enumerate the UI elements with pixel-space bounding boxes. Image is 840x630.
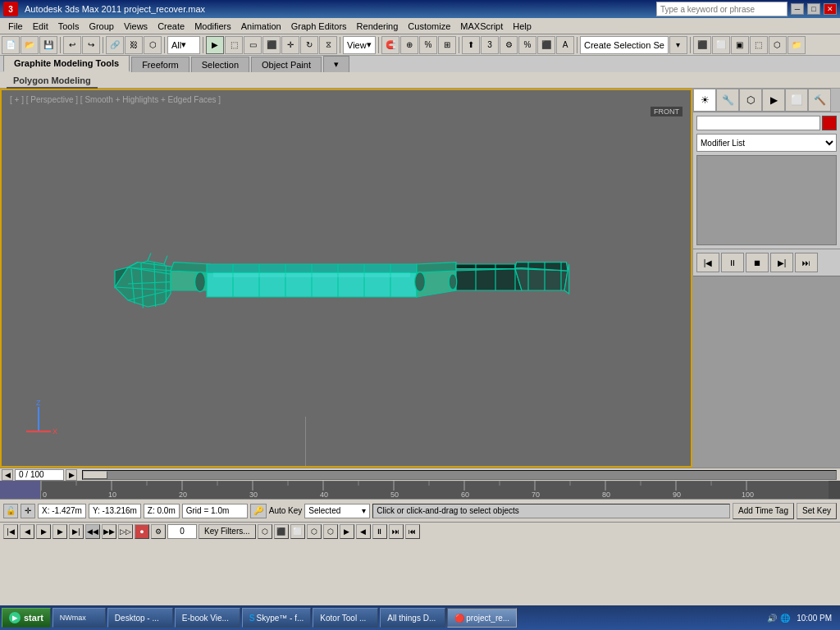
new-button[interactable]: 📄 bbox=[2, 36, 20, 54]
view-dropdown[interactable]: View▾ bbox=[343, 36, 376, 54]
snap2-button[interactable]: ⊕ bbox=[400, 36, 418, 54]
menu-item-tools[interactable]: Tools bbox=[53, 20, 84, 33]
anim-options[interactable]: ⚙ bbox=[151, 524, 166, 539]
selected-dropdown[interactable]: Selected ▾ bbox=[304, 504, 370, 518]
snap3-button[interactable]: % bbox=[419, 36, 437, 54]
frame-input[interactable]: 0 bbox=[167, 524, 197, 539]
taskbar-item-skype[interactable]: SSkype™ - f... bbox=[242, 608, 311, 628]
render-frame-button[interactable]: ⬆ bbox=[462, 36, 480, 54]
anim-extra7[interactable]: ◀ bbox=[356, 524, 371, 539]
anim-extra2[interactable]: ⬛ bbox=[274, 524, 289, 539]
select-rect-button[interactable]: ▭ bbox=[244, 36, 262, 54]
modifier-name-input[interactable] bbox=[696, 116, 820, 130]
select-button[interactable]: ▶ bbox=[206, 36, 224, 54]
selection-set-dropdown[interactable]: ▾ bbox=[669, 36, 687, 54]
tools3-button[interactable]: ▣ bbox=[731, 36, 749, 54]
redo-button[interactable]: ↪ bbox=[82, 36, 100, 54]
lock-icon[interactable]: 🔓 bbox=[3, 504, 18, 518]
tab-graphite-modeling-tools[interactable]: Graphite Modeling Tools bbox=[3, 55, 130, 72]
taskbar-item-desktop[interactable]: Desktop - ... bbox=[107, 608, 173, 628]
taskbar-item-ebook[interactable]: E-book Vie... bbox=[175, 608, 240, 628]
rp-stop-btn[interactable]: ⏹ bbox=[746, 253, 769, 272]
tools4-button[interactable]: ⬚ bbox=[750, 36, 768, 54]
minimize-button[interactable]: ─ bbox=[791, 3, 804, 15]
move-icon[interactable]: ✛ bbox=[21, 504, 35, 518]
create-selection-set[interactable]: Create Selection Se bbox=[580, 36, 669, 54]
timeline-prev-btn[interactable]: ◀ bbox=[2, 469, 13, 481]
menu-item-animation[interactable]: Animation bbox=[236, 20, 286, 33]
rp-prev-key[interactable]: |◀ bbox=[696, 253, 719, 272]
anim-extra8[interactable]: ⏸ bbox=[372, 524, 387, 539]
anim-play-mode[interactable]: ▶▶ bbox=[102, 524, 116, 539]
select-window-button[interactable]: ⬛ bbox=[262, 36, 281, 54]
select-region-button[interactable]: ⬚ bbox=[225, 36, 243, 54]
menu-item-create[interactable]: Create bbox=[153, 20, 189, 33]
anim-prev-key2[interactable]: ◀◀ bbox=[85, 524, 100, 539]
modifier-color-swatch[interactable] bbox=[822, 116, 837, 130]
unlink-button[interactable]: ⛓ bbox=[125, 36, 143, 54]
rp-tab-modify[interactable]: 🔧 bbox=[716, 89, 739, 112]
scale-button[interactable]: ⧖ bbox=[319, 36, 337, 54]
all-dropdown[interactable]: All▾ bbox=[167, 36, 200, 54]
timeline-next-btn[interactable]: ▶ bbox=[66, 469, 77, 481]
percent-button[interactable]: % bbox=[518, 36, 536, 54]
render2-button[interactable]: ⚙ bbox=[500, 36, 518, 54]
close-button[interactable]: ✕ bbox=[824, 3, 837, 15]
rp-tab-display2[interactable]: ⬜ bbox=[785, 89, 808, 112]
sub-tab-polygon-modeling[interactable]: Polygon Modeling bbox=[7, 74, 98, 89]
menu-item-views[interactable]: Views bbox=[119, 20, 153, 33]
menu-item-group[interactable]: Group bbox=[84, 20, 119, 33]
start-button[interactable]: ▶ start bbox=[2, 608, 51, 628]
add-time-tag-button[interactable]: Add Time Tag bbox=[733, 503, 794, 519]
modifier-list-dropdown[interactable]: Modifier List bbox=[696, 134, 837, 152]
anim-extra9[interactable]: ⏭ bbox=[389, 524, 404, 539]
taskbar-item-project[interactable]: 🔴project_re... bbox=[447, 608, 517, 628]
anim-next-key2[interactable]: ▷▷ bbox=[118, 524, 133, 539]
snap4-button[interactable]: ⊞ bbox=[438, 36, 456, 54]
menu-item-edit[interactable]: Edit bbox=[28, 20, 53, 33]
tools6-button[interactable]: 📁 bbox=[788, 36, 806, 54]
save-button[interactable]: 💾 bbox=[39, 36, 57, 54]
timeline-scroll-track[interactable] bbox=[82, 470, 837, 480]
menu-item-customize[interactable]: Customize bbox=[403, 20, 455, 33]
search-input[interactable] bbox=[660, 5, 767, 14]
key-icon[interactable]: 🔑 bbox=[250, 504, 267, 518]
menu-item-graph-editors[interactable]: Graph Editors bbox=[286, 20, 352, 33]
open-button[interactable]: 📂 bbox=[21, 36, 39, 54]
tab-freeform[interactable]: Freeform bbox=[131, 57, 189, 72]
rp-last-btn[interactable]: ⏭ bbox=[795, 253, 818, 272]
rp-tab-hierarchy[interactable]: ⬡ bbox=[739, 89, 762, 112]
rp-tab-utilities[interactable]: 🔨 bbox=[808, 89, 831, 112]
set-key-button[interactable]: Set Key bbox=[797, 503, 837, 519]
move-button[interactable]: ✛ bbox=[281, 36, 299, 54]
text-button[interactable]: A bbox=[556, 36, 574, 54]
anim-play[interactable]: ▶ bbox=[36, 524, 51, 539]
anim-extra5[interactable]: ⬡ bbox=[323, 524, 338, 539]
anim-prev-frame[interactable]: ◀ bbox=[20, 524, 34, 539]
menu-item-maxscript[interactable]: MAXScript bbox=[455, 20, 508, 33]
tools1-button[interactable]: ⬛ bbox=[693, 36, 711, 54]
rp-pause-btn[interactable]: ⏸ bbox=[721, 253, 744, 272]
bind-button[interactable]: ⬡ bbox=[144, 36, 162, 54]
rp-tab-display[interactable]: ☀ bbox=[693, 89, 716, 112]
anim-extra1[interactable]: ⬡ bbox=[258, 524, 272, 539]
timeline-ruler[interactable]: 0 10 20 30 40 50 60 70 80 90 100 bbox=[0, 481, 840, 499]
snap-button[interactable]: 🧲 bbox=[381, 36, 399, 54]
rotate-button[interactable]: ↻ bbox=[300, 36, 318, 54]
key-filters-button[interactable]: Key Filters... bbox=[199, 524, 256, 539]
link-button[interactable]: 🔗 bbox=[106, 36, 124, 54]
taskbar-item-kotor[interactable]: Kotor Tool ... bbox=[313, 608, 378, 628]
menu-item-modifiers[interactable]: Modifiers bbox=[189, 20, 236, 33]
search-box[interactable] bbox=[656, 2, 788, 16]
anim-extra6[interactable]: ▶ bbox=[340, 524, 354, 539]
anim-extra4[interactable]: ⬡ bbox=[307, 524, 322, 539]
rp-next-key[interactable]: ▶| bbox=[770, 253, 793, 272]
anim-next-frame[interactable]: ▶ bbox=[52, 524, 67, 539]
rp-tab-motion[interactable]: ▶ bbox=[762, 89, 785, 112]
anim-go-start[interactable]: |◀ bbox=[3, 524, 18, 539]
menu-item-file[interactable]: File bbox=[3, 20, 28, 33]
menu-item-help[interactable]: Help bbox=[508, 20, 536, 33]
menu-item-rendering[interactable]: Rendering bbox=[352, 20, 404, 33]
timeline-scroll-thumb[interactable] bbox=[83, 471, 107, 479]
undo-button[interactable]: ↩ bbox=[63, 36, 81, 54]
